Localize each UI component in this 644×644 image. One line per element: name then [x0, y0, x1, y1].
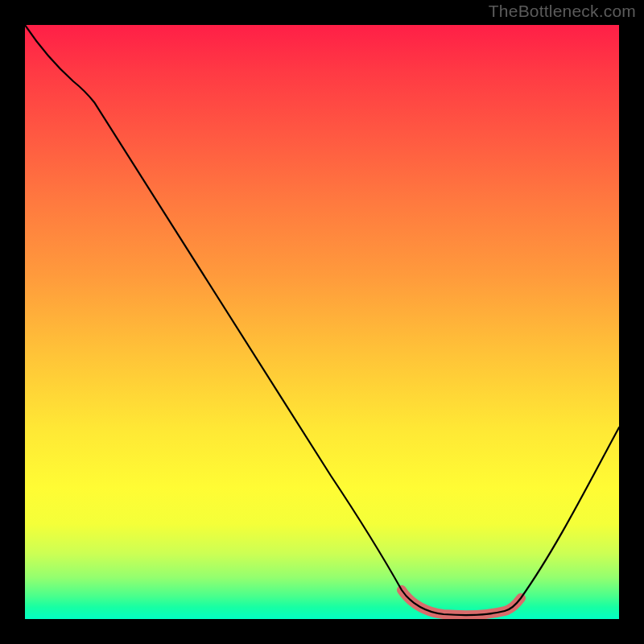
plot-area — [25, 25, 619, 619]
chart-frame: TheBottleneck.com — [0, 0, 644, 644]
curve-svg — [25, 25, 619, 619]
watermark-text: TheBottleneck.com — [489, 2, 636, 21]
bottleneck-curve — [25, 25, 619, 615]
